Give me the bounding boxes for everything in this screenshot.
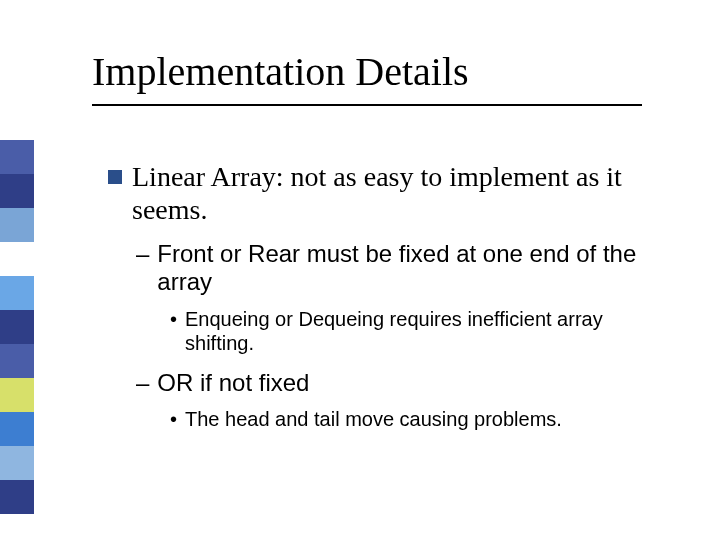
dot-bullet-icon: • [170,307,177,331]
bullet-text: Enqueing or Dequeing requires inefficien… [185,307,660,355]
slide-body: Linear Array: not as easy to implement a… [108,160,660,445]
deco-square [0,242,34,276]
deco-square [0,174,34,208]
decorative-sidebar [0,140,34,514]
deco-square [0,412,34,446]
slide: Implementation Details Linear Array: not… [0,0,720,540]
deco-square [0,480,34,514]
deco-square [0,378,34,412]
bullet-level3: • The head and tail move causing problem… [170,407,660,431]
bullet-level2: – Front or Rear must be fixed at one end… [136,240,660,297]
deco-square [0,276,34,310]
dot-bullet-icon: • [170,407,177,431]
bullet-text: Front or Rear must be fixed at one end o… [157,240,660,297]
deco-square [0,446,34,480]
bullet-text: Linear Array: not as easy to implement a… [132,160,660,226]
deco-square [0,140,34,174]
deco-square [0,208,34,242]
bullet-text: OR if not fixed [157,369,309,397]
square-bullet-icon [108,170,122,184]
dash-bullet-icon: – [136,369,149,397]
slide-title: Implementation Details [92,50,469,94]
deco-square [0,344,34,378]
bullet-level3: • Enqueing or Dequeing requires ineffici… [170,307,660,355]
title-underline [92,104,642,106]
deco-square [0,310,34,344]
dash-bullet-icon: – [136,240,149,268]
bullet-level1: Linear Array: not as easy to implement a… [108,160,660,226]
bullet-level2: – OR if not fixed [136,369,660,397]
bullet-text: The head and tail move causing problems. [185,407,562,431]
